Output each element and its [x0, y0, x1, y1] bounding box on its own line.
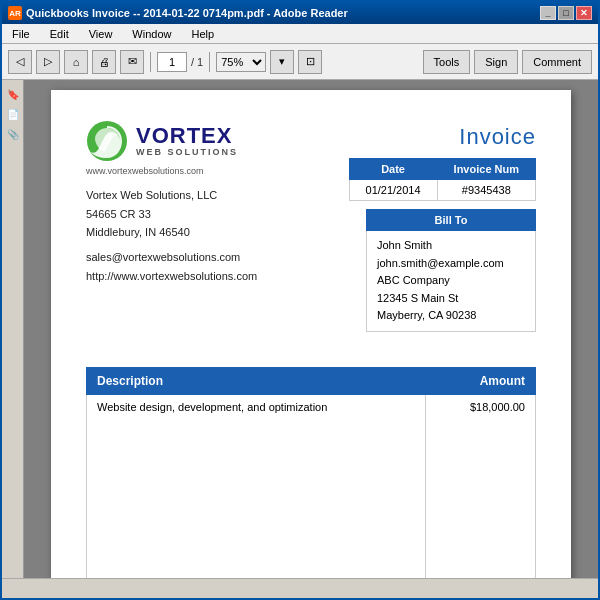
page-number-input[interactable]	[157, 52, 187, 72]
email-button[interactable]: ✉	[120, 50, 144, 74]
left-sidebar: 🔖 📄 📎	[2, 80, 24, 578]
sign-button[interactable]: Sign	[474, 50, 518, 74]
col-amount-header: Amount	[426, 367, 536, 394]
window-controls: _ □ ✕	[540, 6, 592, 20]
company-name-area: VORTEX WEB SOLUTIONS	[136, 125, 238, 157]
vendor-info: Vortex Web Solutions, LLC 54665 CR 33 Mi…	[86, 186, 257, 285]
vendor-address1: 54665 CR 33	[86, 205, 257, 224]
item-description: Website design, development, and optimiz…	[87, 394, 426, 419]
col-description-header: Description	[87, 367, 426, 394]
app-window: AR Quickbooks Invoice -- 2014-01-22 0714…	[0, 0, 600, 600]
close-button[interactable]: ✕	[576, 6, 592, 20]
main-area: 🔖 📄 📎	[2, 80, 598, 578]
client-company: ABC Company	[377, 272, 525, 290]
bill-to-table: Bill To John Smith john.smith@example.co…	[366, 209, 536, 332]
date-value: 01/21/2014	[349, 180, 437, 201]
menu-file[interactable]: File	[6, 27, 36, 41]
logo-area: VORTEX WEB SOLUTIONS www.vortexwebsoluti…	[86, 120, 257, 285]
client-address: 12345 S Main St	[377, 290, 525, 308]
sidebar-pages-icon[interactable]: 📄	[5, 106, 21, 122]
menu-view[interactable]: View	[83, 27, 119, 41]
title-bar: AR Quickbooks Invoice -- 2014-01-22 0714…	[2, 2, 598, 24]
client-name: John Smith	[377, 237, 525, 255]
print-button[interactable]: 🖨	[92, 50, 116, 74]
status-bar	[2, 578, 598, 598]
back-button[interactable]: ◁	[8, 50, 32, 74]
empty-amount	[426, 419, 536, 578]
toolbar: ◁ ▷ ⌂ 🖨 ✉ / 1 75% 100% 125% ▾ ⊡ Tools Si…	[2, 44, 598, 80]
date-invoice-table: Date Invoice Num 01/21/2014 #9345438	[349, 158, 536, 201]
tools-button[interactable]: Tools	[423, 50, 471, 74]
vendor-city-state: Middlebury, IN 46540	[86, 223, 257, 242]
invoice-title: Invoice	[459, 124, 536, 150]
logo-container: VORTEX WEB SOLUTIONS	[86, 120, 257, 162]
bill-to-header: Bill To	[367, 210, 536, 231]
comment-button[interactable]: Comment	[522, 50, 592, 74]
toolbar-right: Tools Sign Comment	[423, 50, 592, 74]
fit-button[interactable]: ⊡	[298, 50, 322, 74]
client-email: john.smith@example.com	[377, 255, 525, 273]
sidebar-bookmarks-icon[interactable]: 🔖	[5, 86, 21, 102]
pdf-page: VORTEX WEB SOLUTIONS www.vortexwebsoluti…	[51, 90, 571, 578]
info-section: Invoice Date Invoice Num 01/21/2014 #934…	[349, 124, 536, 332]
window-title: Quickbooks Invoice -- 2014-01-22 0714pm.…	[26, 7, 348, 19]
items-section: Description Amount Website design, devel…	[86, 367, 536, 578]
company-logo	[86, 120, 128, 162]
separator1	[150, 52, 151, 72]
client-city-state: Mayberry, CA 90238	[377, 307, 525, 325]
bill-to-details: John Smith john.smith@example.com ABC Co…	[367, 231, 536, 332]
vendor-email: sales@vortexwebsolutions.com	[86, 248, 257, 267]
items-table: Description Amount Website design, devel…	[86, 367, 536, 578]
invoice-num-value: #9345438	[437, 180, 535, 201]
menu-edit[interactable]: Edit	[44, 27, 75, 41]
forward-button[interactable]: ▷	[36, 50, 60, 74]
sidebar-attach-icon[interactable]: 📎	[5, 126, 21, 142]
title-bar-left: AR Quickbooks Invoice -- 2014-01-22 0714…	[8, 6, 348, 20]
separator2	[209, 52, 210, 72]
app-icon: AR	[8, 6, 22, 20]
invoice-header: VORTEX WEB SOLUTIONS www.vortexwebsoluti…	[86, 120, 536, 332]
zoom-select[interactable]: 75% 100% 125%	[216, 52, 266, 72]
vendor-website: http://www.vortexwebsolutions.com	[86, 267, 257, 286]
page-total: / 1	[191, 56, 203, 68]
empty-description	[87, 419, 426, 578]
invoice-num-header: Invoice Num	[437, 159, 535, 180]
empty-row	[87, 419, 536, 578]
date-header: Date	[349, 159, 437, 180]
menu-bar: File Edit View Window Help	[2, 24, 598, 44]
company-name-vortex: VORTEX	[136, 125, 238, 147]
pdf-viewer[interactable]: VORTEX WEB SOLUTIONS www.vortexwebsoluti…	[24, 80, 598, 578]
item-amount: $18,000.00	[426, 394, 536, 419]
table-row: Website design, development, and optimiz…	[87, 394, 536, 419]
home-button[interactable]: ⌂	[64, 50, 88, 74]
menu-window[interactable]: Window	[126, 27, 177, 41]
menu-help[interactable]: Help	[185, 27, 220, 41]
company-name-subtitle: WEB SOLUTIONS	[136, 147, 238, 157]
minimize-button[interactable]: _	[540, 6, 556, 20]
vendor-name: Vortex Web Solutions, LLC	[86, 186, 257, 205]
zoom-dropdown-button[interactable]: ▾	[270, 50, 294, 74]
company-website-logo: www.vortexwebsolutions.com	[86, 166, 257, 176]
maximize-button[interactable]: □	[558, 6, 574, 20]
